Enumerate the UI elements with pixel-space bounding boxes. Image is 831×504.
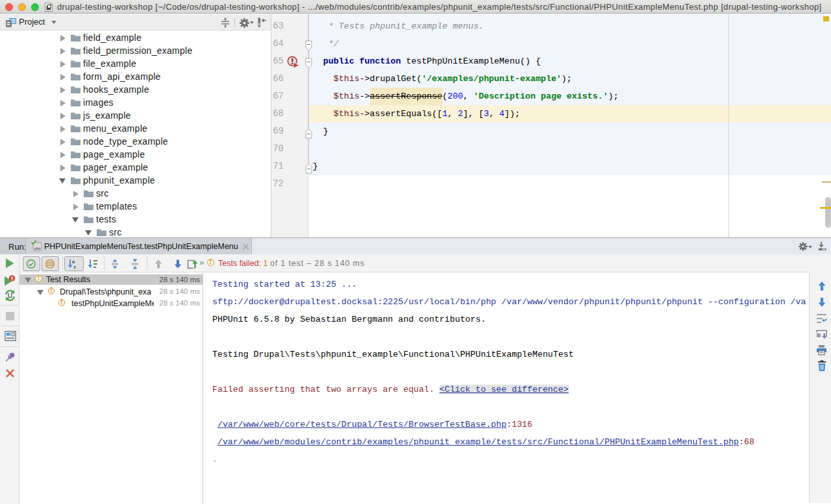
svg-text:php: php xyxy=(34,246,40,250)
svg-text:z: z xyxy=(73,264,76,270)
